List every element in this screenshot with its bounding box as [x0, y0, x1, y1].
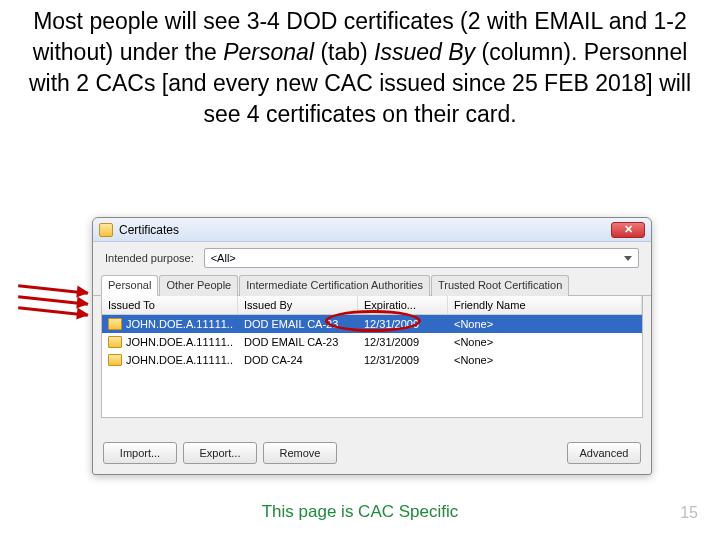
- page-number: 15: [680, 504, 698, 522]
- certificate-icon: [99, 223, 113, 237]
- dialog-title: Certificates: [119, 223, 611, 237]
- close-button[interactable]: ✕: [611, 222, 645, 238]
- table-row[interactable]: JOHN.DOE.A.11111.. DOD EMAIL CA-23 12/31…: [102, 333, 642, 351]
- remove-button[interactable]: Remove: [263, 442, 337, 464]
- cell-issued-to: JOHN.DOE.A.11111..: [126, 318, 233, 330]
- certificate-icon: [108, 336, 122, 348]
- chevron-down-icon: [624, 256, 632, 261]
- arrow-icon: [18, 284, 88, 294]
- cell-issued-by: DOD CA-24: [238, 354, 358, 366]
- certificate-list: Issued To Issued By Expiratio... Friendl…: [101, 296, 643, 418]
- tab-other-people[interactable]: Other People: [159, 275, 238, 296]
- import-button[interactable]: Import...: [103, 442, 177, 464]
- dialog-titlebar[interactable]: Certificates ✕: [93, 218, 651, 242]
- cell-friendly-name: <None>: [448, 336, 642, 348]
- cell-issued-to: JOHN.DOE.A.11111..: [126, 354, 233, 366]
- cell-friendly-name: <None>: [448, 318, 642, 330]
- certificate-icon: [108, 318, 122, 330]
- certificate-icon: [108, 354, 122, 366]
- column-headers: Issued To Issued By Expiratio... Friendl…: [102, 296, 642, 315]
- cell-issued-to: JOHN.DOE.A.11111..: [126, 336, 233, 348]
- advanced-button[interactable]: Advanced: [567, 442, 641, 464]
- cell-expiration: 12/31/2009: [358, 318, 448, 330]
- cell-expiration: 12/31/2009: [358, 336, 448, 348]
- intended-purpose-label: Intended purpose:: [105, 252, 194, 264]
- cell-issued-by: DOD EMAIL CA-23: [238, 336, 358, 348]
- intended-purpose-combo[interactable]: <All>: [204, 248, 639, 268]
- col-issued-to[interactable]: Issued To: [102, 296, 238, 314]
- dialog-button-row: Import... Export... Remove Advanced: [103, 442, 641, 464]
- tab-trusted-root[interactable]: Trusted Root Certification: [431, 275, 569, 296]
- arrow-icon: [18, 306, 88, 316]
- cell-expiration: 12/31/2009: [358, 354, 448, 366]
- arrow-icon: [18, 295, 88, 305]
- tab-bar: Personal Other People Intermediate Certi…: [93, 274, 651, 296]
- export-button[interactable]: Export...: [183, 442, 257, 464]
- tab-intermediate-ca[interactable]: Intermediate Certification Authorities: [239, 275, 430, 296]
- cell-friendly-name: <None>: [448, 354, 642, 366]
- slide-body-text: Most people will see 3-4 DOD certificate…: [0, 0, 720, 130]
- tab-personal[interactable]: Personal: [101, 275, 158, 296]
- combo-value: <All>: [211, 252, 236, 264]
- table-row[interactable]: JOHN.DOE.A.11111.. DOD EMAIL CA-23 12/31…: [102, 315, 642, 333]
- col-issued-by[interactable]: Issued By: [238, 296, 358, 314]
- footer-note: This page is CAC Specific: [0, 502, 720, 522]
- red-arrow-annotations: [18, 288, 90, 328]
- certificates-dialog: Certificates ✕ Intended purpose: <All> P…: [92, 217, 652, 475]
- cell-issued-by: DOD EMAIL CA-23: [238, 318, 358, 330]
- col-friendly-name[interactable]: Friendly Name: [448, 296, 642, 314]
- intended-purpose-row: Intended purpose: <All>: [93, 242, 651, 272]
- table-row[interactable]: JOHN.DOE.A.11111.. DOD CA-24 12/31/2009 …: [102, 351, 642, 369]
- close-icon: ✕: [624, 223, 633, 236]
- col-expiration[interactable]: Expiratio...: [358, 296, 448, 314]
